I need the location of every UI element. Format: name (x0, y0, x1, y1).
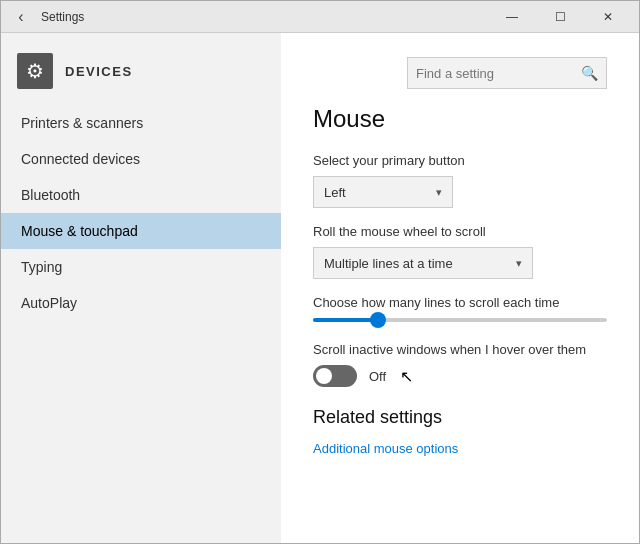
slider-thumb[interactable] (370, 312, 386, 328)
sidebar-item-mouse[interactable]: Mouse & touchpad (1, 213, 281, 249)
additional-mouse-options-link[interactable]: Additional mouse options (313, 441, 458, 456)
window-controls: — ☐ ✕ (489, 1, 631, 33)
back-button[interactable]: ‹ (9, 5, 33, 29)
sidebar-header: ⚙ DEVICES (1, 45, 281, 105)
related-settings-title: Related settings (313, 407, 607, 428)
main-layout: ⚙ DEVICES Printers & scanners Connected … (1, 33, 639, 543)
toggle-state-label: Off (369, 369, 386, 384)
content-header: 🔍 (313, 57, 607, 89)
search-icon: 🔍 (581, 65, 598, 81)
primary-button-value: Left (324, 185, 346, 200)
scroll-wheel-dropdown[interactable]: Multiple lines at a time ▾ (313, 247, 533, 279)
scroll-wheel-chevron-icon: ▾ (516, 257, 522, 270)
sidebar-item-bluetooth[interactable]: Bluetooth (1, 177, 281, 213)
close-button[interactable]: ✕ (585, 1, 631, 33)
search-input[interactable] (416, 66, 575, 81)
search-box[interactable]: 🔍 (407, 57, 607, 89)
sidebar-item-connected[interactable]: Connected devices (1, 141, 281, 177)
titlebar: ‹ Settings — ☐ ✕ (1, 1, 639, 33)
slider-track (313, 318, 607, 322)
scroll-inactive-label: Scroll inactive windows when I hover ove… (313, 342, 607, 357)
toggle-row: Off ↖ (313, 365, 607, 387)
primary-button-label: Select your primary button (313, 153, 607, 168)
toggle-track (313, 365, 357, 387)
cursor-icon: ↖ (400, 367, 413, 386)
sidebar-item-autoplay[interactable]: AutoPlay (1, 285, 281, 321)
primary-button-dropdown[interactable]: Left ▾ (313, 176, 453, 208)
scroll-wheel-label: Roll the mouse wheel to scroll (313, 224, 607, 239)
scroll-lines-slider[interactable] (313, 318, 607, 322)
titlebar-title: Settings (41, 10, 84, 24)
sidebar-item-typing[interactable]: Typing (1, 249, 281, 285)
primary-button-chevron-icon: ▾ (436, 186, 442, 199)
scroll-lines-label: Choose how many lines to scroll each tim… (313, 295, 607, 310)
sidebar: ⚙ DEVICES Printers & scanners Connected … (1, 33, 281, 543)
devices-icon: ⚙ (17, 53, 53, 89)
content-area: 🔍 Mouse Select your primary button Left … (281, 33, 639, 543)
scroll-wheel-value: Multiple lines at a time (324, 256, 453, 271)
slider-fill (313, 318, 378, 322)
page-title: Mouse (313, 105, 607, 133)
sidebar-item-printers[interactable]: Printers & scanners (1, 105, 281, 141)
toggle-thumb (316, 368, 332, 384)
sidebar-title: DEVICES (65, 64, 133, 79)
minimize-button[interactable]: — (489, 1, 535, 33)
scroll-inactive-toggle[interactable] (313, 365, 357, 387)
maximize-button[interactable]: ☐ (537, 1, 583, 33)
